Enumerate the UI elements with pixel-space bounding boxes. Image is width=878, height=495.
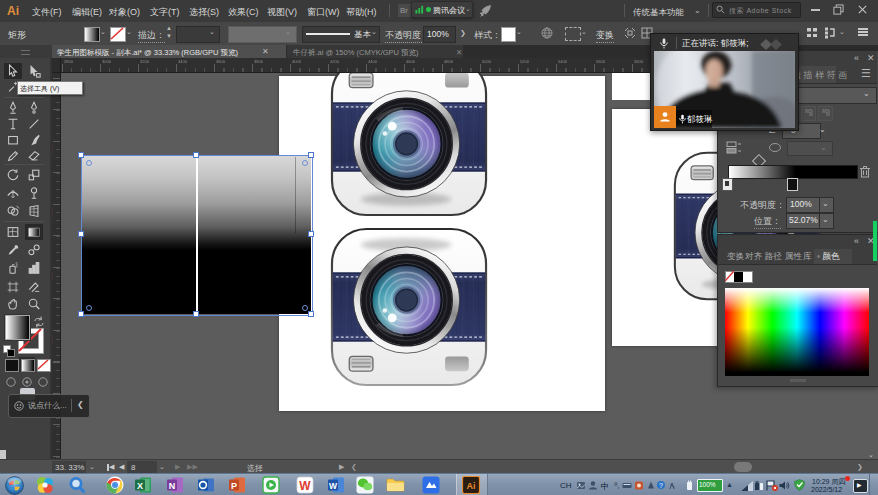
svg-text:W: W xyxy=(329,481,338,491)
svg-text:P: P xyxy=(231,481,237,491)
svg-text:X: X xyxy=(137,481,143,491)
svg-text:W: W xyxy=(299,479,311,493)
svg-text:?: ? xyxy=(659,482,663,489)
svg-text:Ai: Ai xyxy=(467,481,476,491)
svg-text:中: 中 xyxy=(601,481,610,491)
svg-text:N: N xyxy=(169,481,176,491)
svg-text:º,: º, xyxy=(615,481,620,490)
